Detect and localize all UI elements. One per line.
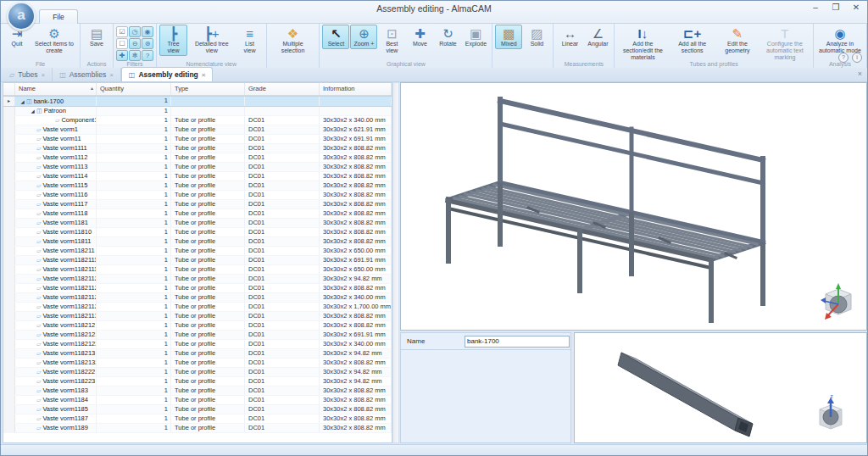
table-row-vaste-vorm1182112[interactable]: ▱Vaste vorm11821121Tube or profileDC0130… [3, 275, 392, 284]
explode-button[interactable]: ▣Explode [462, 25, 489, 49]
table-row-vaste-vorm1114[interactable]: ▱Vaste vorm11141Tube or profileDC0130x30… [3, 172, 392, 181]
table-row-vaste-vorm1189[interactable]: ▱Vaste vorm11891Tube or profileDC0130x30… [3, 424, 392, 433]
table-row-vaste-vorm1113[interactable]: ▱Vaste vorm11131Tube or profileDC0130x30… [3, 163, 392, 172]
expander-icon[interactable]: ◢ [19, 97, 26, 106]
table-row-vaste-vorm1182121[interactable]: ▱Vaste vorm11821211Tube or profileDC0130… [3, 331, 392, 340]
help-icon[interactable]: ? [838, 53, 849, 63]
best-view-button[interactable]: ⊡Best view [378, 25, 405, 56]
table-row-vaste-vorm1183[interactable]: ▱Vaste vorm11831Tube or profileDC0130x30… [3, 386, 392, 396]
table-row-vaste-vorm118213[interactable]: ▱Vaste vorm1182131Tube or profileDC0130x… [3, 349, 392, 359]
table-row-vaste-vorm1187[interactable]: ▱Vaste vorm11871Tube or profileDC0130x30… [3, 414, 392, 424]
table-row-vaste-vorm1182132[interactable]: ▱Vaste vorm11821321Tube or profileDC0130… [3, 359, 392, 368]
document-area-close-icon[interactable]: × [858, 70, 862, 78]
assembly-name-input[interactable] [465, 336, 570, 348]
assembly-3d-viewport[interactable] [400, 82, 867, 331]
table-row-vaste-vorm118212[interactable]: ▱Vaste vorm1182121Tube or profileDC0130x… [3, 321, 392, 331]
file-menu-tab[interactable]: File [39, 9, 78, 24]
column-header-information[interactable]: Information [320, 83, 392, 95]
select-button[interactable]: ↖Select [322, 25, 349, 49]
row-gutter [3, 125, 15, 134]
column-header-type[interactable]: Type [171, 83, 245, 95]
tab-tubes[interactable]: ▱Tubes× [3, 68, 53, 81]
tab-assemblies[interactable]: ◫Assemblies× [53, 68, 121, 81]
move-button[interactable]: ✚Move [406, 25, 433, 49]
table-row-patroon[interactable]: ◢◫Patroon1 [3, 107, 392, 116]
table-row-vaste-vorm1182122[interactable]: ▱Vaste vorm11821221Tube or profileDC0130… [3, 340, 392, 349]
save-button[interactable]: ▤Save [83, 25, 110, 49]
mixed-button[interactable]: ▩Mixed [495, 25, 522, 49]
table-row-vaste-vorm118211[interactable]: ▱Vaste vorm1182111Tube or profileDC0130x… [3, 247, 392, 256]
part-name: Vaste vorm118211 [42, 247, 94, 255]
table-row-vaste-vorm1112[interactable]: ▱Vaste vorm11121Tube or profileDC0130x30… [3, 153, 392, 163]
add-all-sections-button[interactable]: ⊏+Add all the sections [669, 25, 715, 56]
solid-button[interactable]: ▨Solid [523, 25, 550, 49]
tab-close-icon[interactable]: × [41, 71, 45, 79]
column-header-quantity[interactable]: Quantity [97, 83, 171, 95]
tab-close-icon[interactable]: × [202, 71, 206, 79]
orientation-gizmo[interactable] [819, 282, 858, 325]
filter-plus-button[interactable]: ✚ [116, 50, 128, 61]
maximize-button[interactable]: ❐ [830, 3, 842, 12]
filter-target-button[interactable]: ◉ [142, 26, 153, 37]
detailed-tree-view-button[interactable]: ┣+Detailed tree view [188, 25, 236, 56]
table-row-vaste-vorm1116[interactable]: ▱Vaste vorm11161Tube or profileDC0130x30… [3, 191, 392, 200]
table-row-vaste-vorm1181[interactable]: ▱Vaste vorm11811Tube or profileDC0130x30… [3, 219, 392, 228]
table-row-vaste-vorm11821124[interactable]: ▱Vaste vorm118211241Tube or profileDC013… [3, 303, 392, 312]
rotate-button[interactable]: ↻Rotate [434, 25, 461, 49]
close-button[interactable]: ✕ [850, 3, 862, 12]
filter-unchecked-button[interactable]: ☐ [116, 38, 128, 49]
ribbon-group-label: File [1, 61, 80, 67]
filter-sphere-button[interactable]: ⊛ [142, 38, 153, 49]
table-row-vaste-vorm1117[interactable]: ▱Vaste vorm11171Tube or profileDC0130x30… [3, 200, 392, 209]
tube-orientation-gizmo[interactable]: z [814, 392, 848, 436]
multiple-selection-button[interactable]: ❖Multiple selection [270, 25, 317, 56]
analyze-button[interactable]: ◉Analyze in automatic mode [816, 25, 864, 56]
table-row-vaste-vorm1185[interactable]: ▱Vaste vorm11851Tube or profileDC0130x30… [3, 405, 392, 414]
column-header-name[interactable]: Name▴ [15, 83, 97, 95]
add-section-button[interactable]: I↓Add the section/edit the materials [617, 25, 668, 63]
filter-tube-button[interactable]: ⊖ [129, 38, 141, 49]
minimize-button[interactable]: – [810, 3, 821, 12]
filter-checked-button[interactable]: ☑ [116, 26, 128, 37]
table-row-vaste-vorm1184[interactable]: ▱Vaste vorm11841Tube or profileDC0130x30… [3, 396, 392, 405]
edit-geometry-button[interactable]: ✎Edit the geometry [716, 25, 759, 56]
angular-button[interactable]: ∠Angular [584, 25, 611, 49]
table-row-vaste-vorm118222[interactable]: ▱Vaste vorm1182221Tube or profileDC0130x… [3, 368, 392, 377]
expander-icon[interactable]: ◢ [29, 107, 36, 115]
table-row-vaste-vorm11811[interactable]: ▱Vaste vorm118111Tube or profileDC0130x3… [3, 237, 392, 247]
table-row-vaste-vorm11[interactable]: ▱Vaste vorm111Tube or profileDC0130x30x2… [3, 135, 392, 144]
table-row-vaste-vorm118223[interactable]: ▱Vaste vorm1182231Tube or profileDC0130x… [3, 377, 392, 386]
tree-view-button[interactable]: ┣Tree view [159, 25, 187, 56]
table-row-vaste-vorm1[interactable]: ▱Vaste vorm11Tube or profileDC0130x30x2 … [3, 125, 392, 135]
filter-help-button[interactable]: ? [142, 50, 153, 61]
select-items-button[interactable]: ⚙Select items to create [31, 25, 77, 56]
table-row-vaste-vorm1115[interactable]: ▱Vaste vorm11151Tube or profileDC0130x30… [3, 181, 392, 191]
table-row-vaste-vorm11821123[interactable]: ▱Vaste vorm118211231Tube or profileDC013… [3, 293, 392, 303]
table-row-component1[interactable]: ▱Component11Tube or profileDC0130x30x2 x… [3, 116, 392, 125]
filter-clock-button[interactable]: ◷ [129, 26, 141, 37]
filter-gear-button[interactable]: ✻ [129, 50, 141, 61]
table-row-vaste-vorm11821111[interactable]: ▱Vaste vorm118211111Tube or profileDC013… [3, 265, 392, 275]
linear-button[interactable]: ↔Linear [556, 25, 583, 49]
table-row-vaste-vorm1182113[interactable]: ▱Vaste vorm11821131Tube or profileDC0130… [3, 312, 392, 321]
column-header-grade[interactable]: Grade [245, 83, 320, 95]
app-logo[interactable]: a [7, 2, 36, 31]
tab-assembly-editing[interactable]: ◫Assembly editing× [121, 67, 214, 81]
information-cell: 30x30x2 x 650.00 mm [320, 247, 392, 255]
table-scrollbar[interactable] [392, 82, 399, 443]
table-row-bank-1700[interactable]: ▸◢◫bank-17001 [3, 96, 392, 107]
table-row-vaste-vorm1111[interactable]: ▱Vaste vorm11111Tube or profileDC0130x30… [3, 144, 392, 153]
zoom-button[interactable]: ⊕Zoom + [350, 25, 377, 49]
tube-3d-viewport[interactable]: z [574, 332, 867, 443]
info-icon[interactable]: i [852, 53, 862, 63]
table-row-vaste-vorm1118[interactable]: ▱Vaste vorm11181Tube or profileDC0130x30… [3, 209, 392, 219]
tab-close-icon[interactable]: × [109, 71, 114, 79]
table-row-vaste-vorm11810[interactable]: ▱Vaste vorm118101Tube or profileDC0130x3… [3, 228, 392, 237]
zoom-icon: ⊕ [359, 26, 370, 41]
table-row-vaste-vorm1182111[interactable]: ▱Vaste vorm11821111Tube or profileDC0130… [3, 256, 392, 265]
table-row-vaste-vorm11821122[interactable]: ▱Vaste vorm118211221Tube or profileDC013… [3, 284, 392, 293]
configure-text-button[interactable]: TConfigure the automatic text marking [760, 25, 810, 63]
name-cell: ▱Vaste vorm1184 [15, 396, 97, 404]
list-view-button[interactable]: ≡List view [236, 25, 264, 56]
part-name: Vaste vorm1182132 [42, 359, 97, 367]
